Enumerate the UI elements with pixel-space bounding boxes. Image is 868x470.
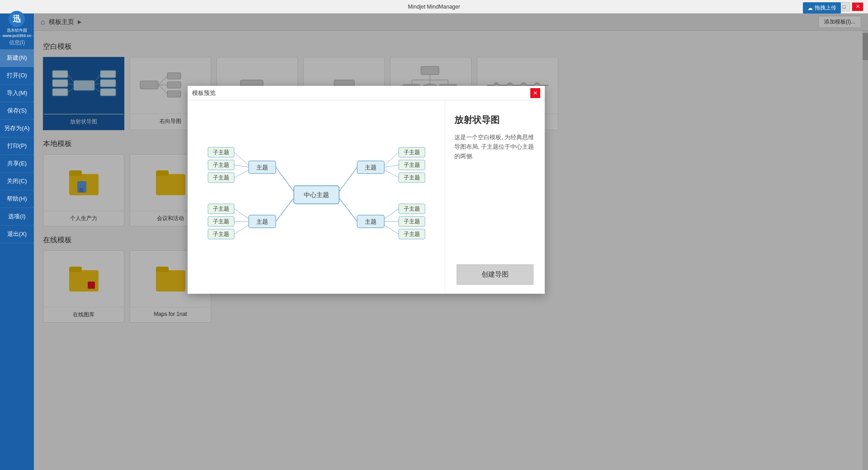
svg-text:主题: 主题 <box>256 218 268 225</box>
svg-line-61 <box>234 225 249 234</box>
modal-map-desc: 这是一个空白模板, 为经典思维导图布局, 子主题位于中心主题的两侧. <box>454 133 536 161</box>
svg-line-67 <box>339 198 357 221</box>
svg-text:主题: 主题 <box>365 164 377 171</box>
svg-text:子主题: 子主题 <box>213 174 229 181</box>
sidebar-item-saveas[interactable]: 另存为(A) <box>0 120 34 137</box>
modal-preview-area: 中心主题 主题 主题 子主题 子主题 <box>188 100 445 294</box>
svg-text:子主题: 子主题 <box>213 206 229 212</box>
svg-line-52 <box>234 170 249 178</box>
close-button[interactable]: ✕ <box>852 2 863 11</box>
svg-text:子主题: 子主题 <box>404 174 420 181</box>
svg-line-43 <box>276 198 294 221</box>
upload-icon: ☁ <box>807 5 813 11</box>
svg-line-49 <box>234 165 249 167</box>
svg-line-70 <box>384 152 399 165</box>
svg-text:子主题: 子主题 <box>213 231 229 237</box>
modal-info-panel: 放射状导图 这是一个空白模板, 为经典思维导图布局, 子主题位于中心主题的两侧.… <box>445 100 545 294</box>
sidebar: 迅 迅东软件园www.pc0359.cn 信息(I) 新建(N) 打开(O) 导… <box>0 14 34 470</box>
modal-body: 中心主题 主题 主题 子主题 子主题 <box>188 100 545 294</box>
svg-line-40 <box>276 167 294 192</box>
sidebar-item-print[interactable]: 打印(P) <box>0 137 34 155</box>
sidebar-info: 信息(I) <box>0 36 34 49</box>
svg-line-73 <box>384 165 399 167</box>
svg-text:主题: 主题 <box>365 218 377 225</box>
sidebar-item-close[interactable]: 关闭(C) <box>0 173 34 190</box>
svg-text:主题: 主题 <box>256 164 268 171</box>
svg-line-76 <box>384 170 399 178</box>
modal-title: 模板预览 <box>192 89 216 97</box>
svg-text:子主题: 子主题 <box>404 206 420 212</box>
sidebar-item-help[interactable]: 帮助(H) <box>0 190 34 208</box>
sidebar-item-save[interactable]: 保存(S) <box>0 102 34 120</box>
sidebar-item-share[interactable]: 共享(E) <box>0 155 34 173</box>
sidebar-item-open[interactable]: 打开(O) <box>0 67 34 85</box>
sidebar-logo: 迅 迅东软件园www.pc0359.cn <box>0 14 34 36</box>
sidebar-item-import[interactable]: 导入(M) <box>0 85 34 102</box>
title-bar: Mindjet MindManager — □ ✕ <box>0 0 868 14</box>
sidebar-item-new[interactable]: 新建(N) <box>0 49 34 67</box>
modal-header: 模板预览 ✕ <box>188 86 545 100</box>
svg-line-46 <box>234 152 249 165</box>
sidebar-item-exit[interactable]: 退出(X) <box>0 226 34 243</box>
modal-overlay: 模板预览 ✕ 中心主题 主题 主题 <box>34 14 868 470</box>
upload-label: 拖拽上传 <box>815 4 836 12</box>
svg-line-64 <box>339 167 357 192</box>
svg-text:子主题: 子主题 <box>404 231 420 237</box>
create-map-button[interactable]: 创建导图 <box>457 264 533 285</box>
modal-close-button[interactable]: ✕ <box>530 88 540 98</box>
app-title: Mindjet MindManager <box>408 4 460 10</box>
upload-button[interactable]: ☁ 拖拽上传 <box>803 2 841 14</box>
svg-text:子主题: 子主题 <box>404 218 420 225</box>
svg-text:子主题: 子主题 <box>404 162 420 168</box>
template-preview-modal: 模板预览 ✕ 中心主题 主题 主题 <box>188 86 545 294</box>
svg-text:子主题: 子主题 <box>213 218 229 225</box>
svg-text:中心主题: 中心主题 <box>304 191 329 198</box>
sidebar-item-options[interactable]: 选项(I) <box>0 208 34 226</box>
svg-line-85 <box>384 225 399 234</box>
svg-line-55 <box>234 209 249 219</box>
svg-line-79 <box>384 209 399 219</box>
svg-text:子主题: 子主题 <box>213 149 229 155</box>
svg-text:子主题: 子主题 <box>213 162 229 168</box>
svg-text:子主题: 子主题 <box>404 149 420 155</box>
modal-map-title: 放射状导图 <box>454 114 536 126</box>
